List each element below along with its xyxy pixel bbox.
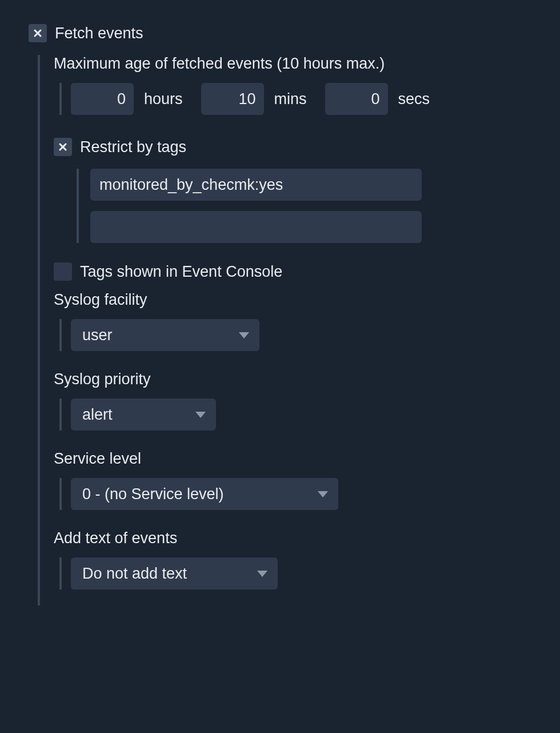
fetch-events-title: Fetch events: [55, 25, 143, 42]
chevron-down-icon: [239, 332, 249, 338]
syslog-priority-label: Syslog priority: [54, 371, 151, 388]
service-level-select[interactable]: 0 - (no Service level): [71, 478, 338, 510]
tag-input-1[interactable]: [90, 169, 422, 201]
syslog-facility-select[interactable]: user: [71, 319, 259, 351]
add-text-value: Do not add text: [82, 565, 187, 583]
tag-input-2[interactable]: [90, 211, 422, 243]
tags-in-console-toggle[interactable]: [54, 262, 72, 281]
service-level-value: 0 - (no Service level): [82, 485, 224, 503]
close-icon: [33, 29, 42, 38]
add-text-label: Add text of events: [54, 529, 177, 547]
syslog-facility-label: Syslog facility: [54, 291, 147, 308]
hours-unit: hours: [144, 90, 183, 108]
mins-unit: mins: [274, 90, 307, 108]
chevron-down-icon: [195, 412, 206, 418]
add-text-select[interactable]: Do not add text: [71, 557, 278, 589]
secs-unit: secs: [398, 90, 430, 108]
service-level-label: Service level: [54, 450, 141, 467]
chevron-down-icon: [318, 491, 328, 497]
syslog-priority-select[interactable]: alert: [71, 399, 216, 431]
mins-input[interactable]: [201, 83, 264, 115]
chevron-down-icon: [257, 571, 267, 577]
fetch-events-toggle[interactable]: [29, 24, 47, 42]
tags-in-console-label: Tags shown in Event Console: [80, 263, 282, 281]
secs-input[interactable]: [325, 83, 388, 115]
syslog-facility-value: user: [82, 326, 113, 344]
syslog-priority-value: alert: [82, 406, 113, 424]
close-icon: [58, 142, 67, 152]
restrict-by-tags-title: Restrict by tags: [80, 138, 186, 156]
hours-input[interactable]: [71, 83, 134, 115]
max-age-label: Maximum age of fetched events (10 hours …: [54, 55, 385, 72]
restrict-by-tags-toggle[interactable]: [54, 138, 72, 156]
